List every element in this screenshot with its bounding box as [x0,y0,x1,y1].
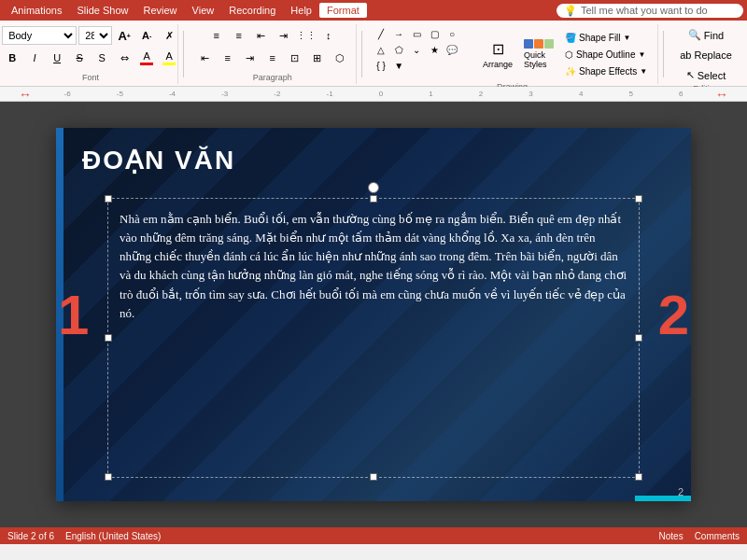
font-color-btn[interactable]: A [136,49,157,67]
shape-effects-area: 🪣 Shape Fill ▼ ⬡ Shape Outline ▼ ✨ Shape… [560,26,652,82]
handle-bottom-left[interactable] [105,473,112,481]
search-icon: 💡 [564,5,577,17]
slide[interactable]: ĐOẠN VĂN 1 2 Nhà em nằm cạnh biển. Buổi … [56,128,691,501]
align-left-btn[interactable]: ⇤ [195,49,216,67]
ruler-left-arrow: ↔ [19,87,32,102]
menu-format[interactable]: Format [319,3,367,18]
search-placeholder-text: Tell me what you want to do [581,5,708,16]
slide-body-text: Nhà em nằm cạnh biển. Buổi tối, em vẫn t… [120,212,627,320]
drawing-group: ╱ → ▭ ▢ ○ △ ⬠ ⌄ ★ 💬 { } ▼ ⊡ Arrange [367,24,658,84]
increase-font-size-btn[interactable]: A+ [114,26,134,45]
shape-rect[interactable]: ▭ [408,26,425,41]
tell-me-search-box[interactable]: 💡 Tell me what you want to do [557,4,743,18]
shape-effects-btn[interactable]: ✨ Shape Effects ▼ [560,64,652,78]
find-icon: 🔍 [688,29,701,41]
font-group-label: Font [82,73,99,82]
handle-top-right[interactable] [635,195,642,203]
slide-number-left-decoration: 1 [58,283,89,347]
italic-btn[interactable]: I [24,49,45,67]
align-right-btn[interactable]: ⇥ [240,49,261,67]
menu-review[interactable]: Review [135,3,184,18]
shape-star[interactable]: ★ [426,42,443,57]
menu-slideshow[interactable]: Slide Show [69,3,135,18]
decrease-indent-btn[interactable]: ⇤ [251,26,272,45]
rotate-handle[interactable] [368,182,379,193]
comments-btn[interactable]: Comments [695,531,740,541]
shape-outline-btn[interactable]: ⬡ Shape Outline ▼ [560,48,652,62]
clear-format-btn[interactable]: ✗ [159,26,179,45]
shape-arrow[interactable]: → [390,26,407,41]
paragraph-group: ≡ ≡ ⇤ ⇥ ⋮⋮ ↕ ⇤ ≡ ⇥ ≡ ⊡ ⊞ ⬡ Paragraph [189,24,357,84]
find-btn[interactable]: 🔍 Find [684,26,728,44]
spacing-btn[interactable]: ⇔ [114,49,134,67]
shape-equation[interactable]: { } [373,58,389,73]
handle-top-left[interactable] [105,195,112,203]
quick-styles-btn[interactable]: Quick Styles [519,26,558,82]
handle-bottom-right[interactable] [635,473,642,481]
decrease-font-size-btn[interactable]: A- [136,26,157,45]
shape-chevron[interactable]: ⌄ [408,42,425,57]
align-center-btn[interactable]: ≡ [218,49,238,67]
shape-pentagon[interactable]: ⬠ [390,42,407,57]
slide-text-box[interactable]: Nhà em nằm cạnh biển. Buổi tối, em vẫn t… [107,198,640,478]
handle-middle-right[interactable] [635,334,642,342]
strikethrough-btn[interactable]: S [69,49,90,67]
shape-triangle[interactable]: △ [373,42,389,57]
menu-animations[interactable]: Animations [4,3,69,18]
increase-indent-btn[interactable]: ⇥ [274,26,294,45]
handle-bottom-middle[interactable] [370,473,377,481]
menu-bar: Animations Slide Show Review View Record… [0,0,747,21]
shape-ellipse[interactable]: ○ [444,26,460,41]
bottom-bar: Slide 2 of 6 English (United States) Not… [0,527,747,544]
shape-line[interactable]: ╱ [373,26,389,41]
text-direction-btn[interactable]: ⊡ [285,49,305,67]
language-info: English (United States) [65,531,161,541]
slide-accent-bottom-right [635,496,691,501]
menu-help[interactable]: Help [283,3,319,18]
slide-title: ĐOẠN VĂN [82,145,235,175]
select-icon: ↖ [686,69,695,81]
convert-smartart-btn[interactable]: ⬡ [330,49,350,67]
replace-icon: ab [680,49,691,61]
font-size-select[interactable]: 28 [78,26,112,45]
slide-info: Slide 2 of 6 [7,531,54,541]
shape-rounded-rect[interactable]: ▢ [426,26,443,41]
ruler: ↔ -6-5-4-3-2-10123456 ↔ [0,87,747,102]
notes-btn[interactable]: Notes [659,531,684,541]
menu-recording[interactable]: Recording [221,3,283,18]
slide-area: ĐOẠN VĂN 1 2 Nhà em nằm cạnh biển. Buổi … [0,102,747,527]
shadow-btn[interactable]: S [92,49,112,67]
ribbon: Body 28 A+ A- ✗ B I U S S ⇔ [0,21,747,87]
shapes-palette: ╱ → ▭ ▢ ○ △ ⬠ ⌄ ★ 💬 { } ▼ [373,26,476,73]
bold-btn[interactable]: B [2,49,22,67]
editing-group: 🔍 Find ab Replace ↖ Select Editing [669,24,743,84]
slide-number-right-decoration: 2 [658,283,689,347]
shape-fill-btn[interactable]: 🪣 Shape Fill ▼ [560,31,652,45]
font-name-select[interactable]: Body [2,26,77,45]
handle-top-middle[interactable] [370,195,377,203]
columns-btn[interactable]: ⋮⋮ [296,26,317,45]
outline-icon: ⬡ [565,49,573,60]
arrange-btn[interactable]: ⊡ Arrange [478,26,517,82]
replace-btn[interactable]: ab Replace [675,47,737,63]
ruler-right-arrow: ↔ [715,87,728,102]
font-group: Body 28 A+ A- ✗ B I U S S ⇔ [4,24,178,84]
underline-btn[interactable]: U [47,49,67,67]
shape-more[interactable]: ▼ [390,58,407,73]
fill-icon: 🪣 [565,33,576,43]
shape-callout[interactable]: 💬 [444,42,460,57]
effects-icon: ✨ [565,66,576,77]
numbering-btn[interactable]: ≡ [229,26,249,45]
handle-middle-left[interactable] [105,334,112,342]
menu-view[interactable]: View [185,3,222,18]
paragraph-group-label: Paragraph [253,73,292,82]
align-text-btn[interactable]: ⊞ [307,49,328,67]
justify-btn[interactable]: ≡ [262,49,283,67]
select-btn[interactable]: ↖ Select [682,66,731,84]
highlight-btn[interactable]: A [159,49,179,67]
bullets-btn[interactable]: ≡ [206,26,227,45]
line-spacing-btn[interactable]: ↕ [318,26,339,45]
